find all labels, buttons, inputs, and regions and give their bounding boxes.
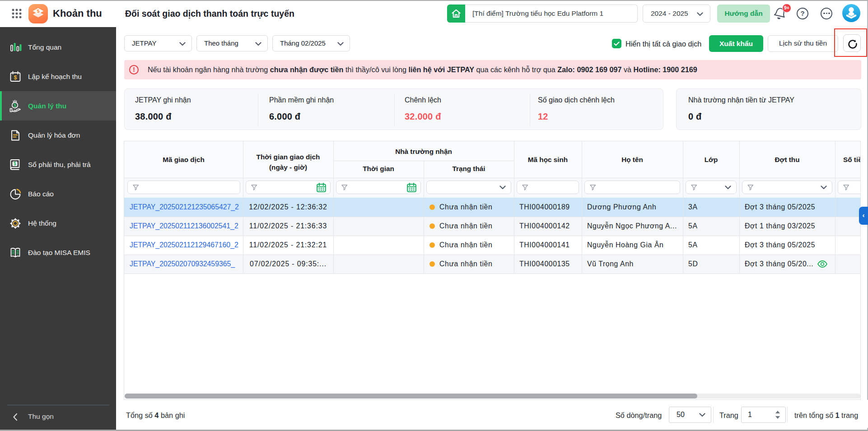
svg-text:$: $ [14, 74, 17, 80]
svg-text:$: $ [14, 160, 16, 166]
svg-text:$: $ [14, 102, 16, 108]
